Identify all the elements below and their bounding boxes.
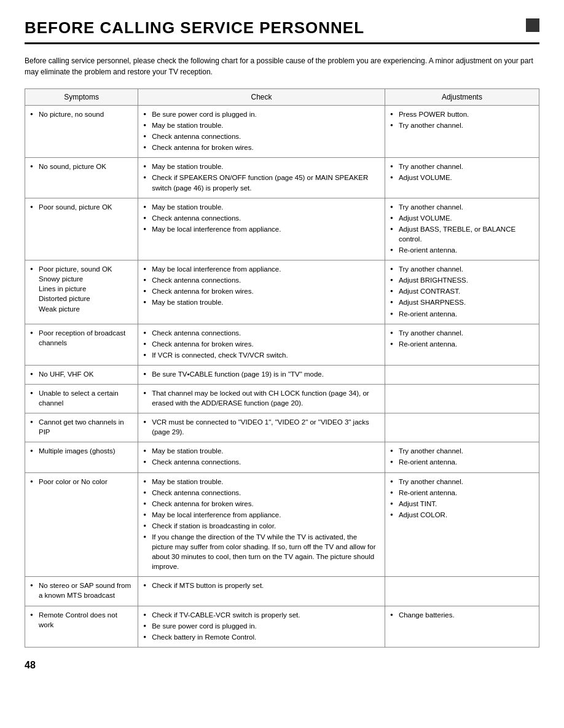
check-item: Check if SPEAKERS ON/OFF function (page … [143, 173, 380, 192]
table-row: Poor color or No colorMay be station tro… [25, 472, 539, 577]
check-item: Check antenna for broken wires. [143, 286, 380, 296]
check-cell: May be local interference from appliance… [138, 260, 385, 324]
intro-text: Before calling service personnel, please… [25, 55, 539, 77]
table-row: Poor picture, sound OKSnowy pictureLines… [25, 260, 539, 324]
adjustment-item: Adjust SHARPNESS. [390, 297, 534, 307]
check-cell: Be sure power cord is plugged in.May be … [138, 106, 385, 158]
symptom-cell: Poor color or No color [25, 472, 138, 577]
adjustment-item: Press POWER button. [390, 109, 534, 119]
check-item: Check antenna connections. [143, 457, 380, 467]
check-cell: Check if TV-CABLE-VCR switch is properly… [138, 606, 385, 647]
check-cell: That channel may be locked out with CH L… [138, 384, 385, 413]
adjustment-item: Re-orient antenna. [390, 488, 534, 498]
symptom-text: Cannot get two channels in PIP [30, 417, 133, 437]
adjustment-cell [385, 384, 539, 413]
check-item: Be sure power cord is plugged in. [143, 109, 380, 119]
check-item: Be sure power cord is plugged in. [143, 621, 380, 631]
adjustment-item: Re-orient antenna. [390, 309, 534, 319]
symptom-cell: Multiple images (ghosts) [25, 442, 138, 472]
check-cell: May be station trouble.Check antenna con… [138, 442, 385, 472]
table-row: Remote Control does not workCheck if TV-… [25, 606, 539, 647]
symptom-text: Unable to select a certain channel [30, 388, 133, 408]
adjustment-item: Adjust COLOR. [390, 510, 534, 520]
symptom-text: Poor picture, sound OKSnowy pictureLines… [30, 264, 133, 313]
adjustment-item: Adjust CONTRAST. [390, 286, 534, 296]
page-number: 48 [25, 660, 539, 671]
check-item: May be station trouble. [143, 162, 380, 171]
table-row: Unable to select a certain channelThat c… [25, 384, 539, 413]
check-item: Check battery in Remote Control. [143, 632, 380, 642]
header-adjustments: Adjustments [385, 89, 539, 106]
check-item: Check antenna for broken wires. [143, 143, 380, 152]
check-cell: May be station trouble.Check antenna con… [138, 472, 385, 577]
check-item: May be station trouble. [143, 297, 380, 307]
adjustment-cell: Try another channel.Adjust VOLUME. [385, 158, 539, 198]
table-row: No stereo or SAP sound from a known MTS … [25, 577, 539, 606]
check-item: May be station trouble. [143, 120, 380, 130]
adjustment-cell: Press POWER button.Try another channel. [385, 106, 539, 158]
check-item: May be station trouble. [143, 202, 380, 212]
adjustment-item: Change batteries. [390, 610, 534, 620]
check-item: Check if station is broadcasting in colo… [143, 521, 380, 531]
adjustment-cell [385, 365, 539, 384]
check-item: If you change the direction of the TV wh… [143, 532, 380, 571]
symptom-text: Poor color or No color [30, 477, 133, 487]
symptom-text: No picture, no sound [30, 109, 133, 119]
check-item: That channel may be locked out with CH L… [143, 388, 380, 408]
adjustment-item: Adjust BRIGHTNESS. [390, 275, 534, 285]
adjustment-item: Try another channel. [390, 162, 534, 171]
check-cell: VCR must be connected to "VIDEO 1", "VID… [138, 413, 385, 442]
page-wrapper: BEFORE CALLING SERVICE PERSONNEL Before … [25, 18, 539, 671]
table-row: No UHF, VHF OKBe sure TV•CABLE function … [25, 365, 539, 384]
symptom-text: Multiple images (ghosts) [30, 446, 133, 456]
symptom-text: No UHF, VHF OK [30, 369, 133, 379]
check-item: Check if MTS button is properly set. [143, 581, 380, 590]
check-item: May be station trouble. [143, 446, 380, 456]
adjustment-item: Adjust TINT. [390, 499, 534, 509]
table-row: Multiple images (ghosts)May be station t… [25, 442, 539, 472]
adjustment-item: Try another channel. [390, 328, 534, 338]
symptom-cell: Poor picture, sound OKSnowy pictureLines… [25, 260, 138, 324]
symptom-cell: No UHF, VHF OK [25, 365, 138, 384]
adjustment-item: Re-orient antenna. [390, 245, 534, 255]
check-item: Check antenna connections. [143, 275, 380, 285]
adjustment-item: Try another channel. [390, 264, 534, 274]
adjustment-item: Adjust VOLUME. [390, 213, 534, 223]
check-item: If VCR is connected, check TV/VCR switch… [143, 350, 380, 360]
check-item: May be station trouble. [143, 477, 380, 487]
check-item: Check if TV-CABLE-VCR switch is properly… [143, 610, 380, 620]
adjustment-item: Try another channel. [390, 477, 534, 487]
adjustment-item: Try another channel. [390, 120, 534, 130]
adjustment-cell: Try another channel.Re-orient antenna. [385, 324, 539, 365]
adjustment-cell: Try another channel.Adjust BRIGHTNESS.Ad… [385, 260, 539, 324]
adjustment-item: Re-orient antenna. [390, 457, 534, 467]
check-cell: May be station trouble.Check antenna con… [138, 198, 385, 260]
check-item: Check antenna for broken wires. [143, 499, 380, 509]
adjustment-item: Try another channel. [390, 202, 534, 212]
adjustment-item: Adjust VOLUME. [390, 173, 534, 182]
check-cell: Check if MTS button is properly set. [138, 577, 385, 606]
symptom-cell: No sound, picture OK [25, 158, 138, 198]
page-title: BEFORE CALLING SERVICE PERSONNEL [25, 18, 539, 44]
check-item: VCR must be connected to "VIDEO 1", "VID… [143, 417, 380, 437]
symptom-cell: No picture, no sound [25, 106, 138, 158]
table-row: No sound, picture OKMay be station troub… [25, 158, 539, 198]
check-cell: Check antenna connections.Check antenna … [138, 324, 385, 365]
adjustment-cell [385, 577, 539, 606]
symptom-text: Poor sound, picture OK [30, 202, 133, 212]
table-row: Cannot get two channels in PIPVCR must b… [25, 413, 539, 442]
symptom-text: Poor reception of broadcast channels [30, 328, 133, 348]
symptom-cell: Unable to select a certain channel [25, 384, 138, 413]
adjustment-cell: Try another channel.Re-orient antenna. [385, 442, 539, 472]
corner-mark [526, 18, 539, 32]
adjustment-cell: Try another channel.Re-orient antenna.Ad… [385, 472, 539, 577]
check-item: Check antenna connections. [143, 131, 380, 141]
check-item: May be local interference from appliance… [143, 224, 380, 234]
symptom-text: Remote Control does not work [30, 610, 133, 630]
service-table: Symptoms Check Adjustments No picture, n… [25, 88, 539, 648]
check-item: May be local interference from appliance… [143, 264, 380, 274]
adjustment-cell: Change batteries. [385, 606, 539, 647]
adjustment-cell [385, 413, 539, 442]
symptom-text: No sound, picture OK [30, 162, 133, 171]
adjustment-cell: Try another channel.Adjust VOLUME.Adjust… [385, 198, 539, 260]
